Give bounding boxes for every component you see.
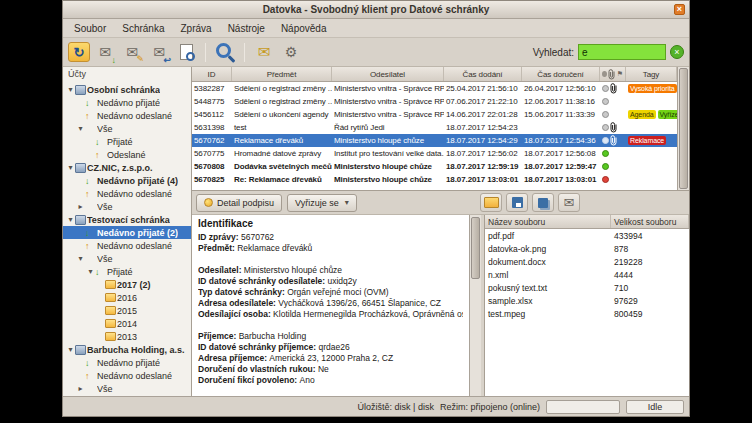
attachment-row[interactable]: sample.xlsx 97629 [485, 294, 689, 307]
download-messages-icon[interactable] [93, 41, 117, 64]
tree-item-icon [85, 241, 97, 251]
message-detail-pane[interactable]: Identifikace ID zprávy: 5670762 Předmět:… [192, 215, 469, 396]
expander-icon[interactable] [76, 254, 85, 263]
tree-item[interactable]: Nedávno přijaté (4) [63, 174, 191, 187]
verify-message-icon[interactable] [174, 41, 198, 64]
detail-scrollbar[interactable] [469, 215, 481, 396]
column-header-delivery-time[interactable]: Čas dodání [444, 67, 522, 81]
message-id: 5670808 [192, 160, 232, 173]
attachment-file-name: datovka-ok.png [485, 244, 611, 254]
message-row[interactable]: 5670775 Hromadné datové zprávy Institut … [192, 147, 677, 160]
menu-item[interactable]: Nápověda [273, 19, 335, 37]
menu-item[interactable]: Zpráva [173, 19, 220, 37]
reply-message-icon[interactable] [147, 41, 171, 64]
settings-gear-icon[interactable] [279, 41, 303, 64]
attachment-row[interactable]: test.mpeg 800459 [485, 307, 689, 320]
column-header-status-icons[interactable]: ⚑ [600, 67, 626, 81]
tree-item[interactable]: Barbucha Holding, a.s. [63, 343, 191, 356]
tree-item[interactable]: Nedávno přijaté [63, 96, 191, 109]
message-row[interactable]: 5382287 Sdělení o registraci změny ... M… [192, 82, 677, 95]
accounts-sync-icon[interactable] [68, 42, 90, 62]
expander-icon[interactable] [76, 124, 85, 133]
detail-field-value: Ne [318, 364, 329, 374]
attachment-file-name: dokument.docx [485, 257, 611, 267]
tree-item[interactable]: Nedávno přijaté [63, 356, 191, 369]
message-list-scrollbar[interactable] [677, 67, 689, 190]
expander-icon[interactable] [76, 202, 85, 211]
column-header-sender[interactable]: Odesílatel [332, 67, 444, 81]
message-row[interactable]: 5631398 test Řád rytířů Jedi 18.07.2017 … [192, 121, 677, 134]
column-header-tags[interactable]: Tagy [626, 67, 677, 81]
tree-item[interactable]: Vše [63, 252, 191, 265]
tree-item-icon [105, 280, 117, 289]
expander-icon[interactable] [66, 163, 75, 172]
menu-item[interactable]: Schránka [114, 19, 172, 37]
detail-line: ID datové schránky příjemce: qrdae26 [198, 342, 463, 353]
tree-item[interactable]: Vše [63, 122, 191, 135]
message-row[interactable]: 5670808 Dodávka světelných mečů Minister… [192, 160, 677, 173]
detail-field-value: Ministerstvo hloupé chůze [244, 265, 342, 275]
message-row[interactable]: 5456112 Sdělení o ukončení agendy Minist… [192, 108, 677, 121]
tree-item[interactable]: 2016 [63, 291, 191, 304]
tree-item[interactable]: 2013 [63, 330, 191, 343]
attachment-row[interactable]: dokument.docx 219228 [485, 255, 689, 268]
scrollbar-thumb[interactable] [679, 68, 688, 189]
save-all-attachments-icon[interactable] [532, 193, 554, 212]
processing-state-dropdown[interactable]: Vyřizuje se [287, 194, 357, 212]
message-sender: Ministerstvo vnitra - Správce RPP [332, 108, 444, 121]
title-bar[interactable]: Datovka - Svobodný klient pro Datové sch… [63, 1, 689, 19]
expander-icon[interactable] [76, 384, 85, 393]
menu-item[interactable]: Soubor [66, 19, 114, 37]
create-message-icon[interactable] [120, 41, 144, 64]
message-row[interactable]: 5448775 Sdělení o registraci změny ... M… [192, 95, 677, 108]
tree-item[interactable]: Nedávno odeslané [63, 239, 191, 252]
close-icon[interactable] [674, 4, 685, 15]
attachment-file-size: 878 [611, 244, 689, 254]
tree-item[interactable]: Odeslané [63, 148, 191, 161]
tree-item[interactable]: 2014 [63, 317, 191, 330]
tree-item[interactable]: Nedávno odeslané [63, 109, 191, 122]
tree-item[interactable]: CZ.NIC, z.s.p.o. [63, 161, 191, 174]
attachment-row[interactable]: datovka-ok.png 878 [485, 242, 689, 255]
detail-title: Identifikace [198, 218, 463, 229]
find-message-icon[interactable] [213, 41, 237, 64]
expander-icon[interactable] [66, 345, 75, 354]
attachment-row[interactable]: n.xml 4444 [485, 268, 689, 281]
tree-item[interactable]: 2015 [63, 304, 191, 317]
tree-item[interactable]: Přijaté [63, 135, 191, 148]
tree-item[interactable]: Nedávno odeslané [63, 187, 191, 200]
signature-detail-button[interactable]: Detail podpisu [196, 194, 282, 212]
column-header-id[interactable]: ID [192, 67, 232, 81]
tree-item[interactable]: Vše [63, 200, 191, 213]
column-header-subject[interactable]: Předmět [232, 67, 332, 81]
message-subject: Sdělení o ukončení agendy [232, 108, 332, 121]
scrollbar-thumb[interactable] [471, 217, 480, 279]
attachment-row[interactable]: pdf.pdf 433994 [485, 229, 689, 242]
tree-item[interactable]: 2017 (2) [63, 278, 191, 291]
email-attachment-icon[interactable] [558, 193, 580, 212]
save-attachment-icon[interactable] [506, 193, 528, 212]
column-header-file-size[interactable]: Velikost souboru [611, 215, 689, 228]
column-header-file-name[interactable]: Název souboru [485, 215, 611, 228]
read-status-icon [602, 98, 609, 105]
message-row[interactable]: 5670762 Reklamace dřeváků Ministerstvo h… [192, 134, 677, 147]
tree-item[interactable]: Nedávno odeslané [63, 369, 191, 382]
attachment-row[interactable]: pokusný text.txt 710 [485, 281, 689, 294]
expander-icon[interactable] [66, 85, 75, 94]
tree-item[interactable]: Osobní schránka [63, 83, 191, 96]
tree-item[interactable]: Testovací schránka [63, 213, 191, 226]
open-attachment-icon[interactable] [480, 193, 502, 212]
column-header-acceptance-time[interactable]: Čas doručení [522, 67, 600, 81]
message-id: 5456112 [192, 108, 232, 121]
tree-item[interactable]: Vše [63, 382, 191, 395]
message-row[interactable]: 5670825 Re: Reklamace dřeváků Ministerst… [192, 173, 677, 186]
expander-icon[interactable] [66, 215, 75, 224]
menu-item[interactable]: Nástroje [220, 19, 273, 37]
tree-item[interactable]: Nedávno přijaté (2) [63, 226, 191, 239]
clear-search-icon[interactable] [670, 45, 684, 59]
email-message-icon[interactable] [252, 41, 276, 64]
tree-item[interactable]: Přijaté [63, 265, 191, 278]
expander-icon[interactable] [86, 267, 95, 276]
detail-field-value: Barbucha Holding [239, 331, 307, 341]
search-input[interactable] [578, 44, 666, 60]
